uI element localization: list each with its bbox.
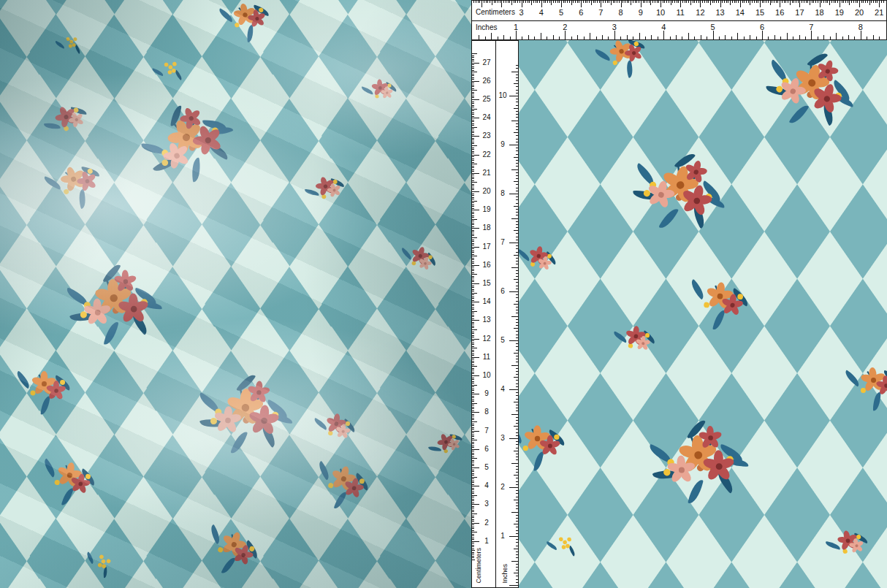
inch-tick — [516, 542, 518, 543]
cm-number: 20 — [480, 188, 493, 195]
cm-tick — [756, 1, 757, 3]
inch-tick — [516, 469, 518, 470]
inch-tick — [514, 573, 518, 573]
cm-tick — [472, 315, 474, 316]
cm-tick — [834, 1, 834, 3]
inch-tick — [514, 132, 518, 133]
inch-tick — [516, 395, 518, 396]
cm-tick — [734, 1, 735, 3]
cm-tick — [472, 252, 474, 253]
cm-tick — [472, 337, 474, 337]
cm-tick — [881, 1, 882, 3]
inch-tick — [522, 37, 522, 39]
cm-tick — [472, 276, 474, 277]
cm-tick — [843, 1, 844, 3]
cm-number: 7 — [594, 9, 607, 17]
cm-tick — [472, 191, 479, 192]
inch-tick — [516, 203, 518, 204]
cm-tick — [472, 110, 474, 111]
cm-tick — [877, 1, 878, 3]
cm-tick — [472, 521, 474, 522]
cm-tick — [782, 1, 783, 3]
cm-tick — [472, 407, 474, 408]
cm-tick — [472, 389, 474, 389]
cm-tick — [472, 412, 479, 413]
cm-number: 3 — [515, 9, 528, 17]
inch-tick — [651, 35, 652, 39]
inch-tick — [516, 380, 518, 381]
cm-tick — [587, 1, 587, 3]
cm-tick — [472, 132, 474, 133]
inch-tick — [879, 37, 880, 39]
inch-tick — [516, 148, 518, 148]
inch-tick — [614, 31, 615, 39]
cm-tick — [678, 1, 679, 3]
cm-tick — [472, 322, 474, 323]
inch-tick — [516, 68, 518, 69]
cm-tick — [472, 519, 474, 520]
inch-tick — [514, 524, 518, 524]
vertical-inch-scale-label: Inches — [501, 562, 509, 585]
inch-tick — [516, 65, 518, 66]
inch-tick — [750, 35, 750, 39]
cm-number: 3 — [480, 500, 493, 508]
inch-tick — [516, 399, 518, 400]
horizontal-ruler: Centimeters Inches 123456789101112131415… — [471, 0, 887, 40]
inch-tick — [509, 487, 518, 488]
cm-tick — [472, 373, 474, 374]
inch-tick — [511, 365, 518, 366]
cm-tick — [494, 1, 495, 3]
cm-tick — [772, 1, 772, 3]
cm-tick — [472, 545, 474, 546]
cm-tick — [472, 289, 474, 290]
inch-tick — [516, 282, 518, 283]
cm-tick — [575, 1, 576, 3]
inch-tick — [516, 325, 518, 326]
cm-tick — [744, 1, 745, 3]
cm-tick — [472, 134, 474, 135]
cm-tick — [661, 1, 661, 7]
cm-number: 18 — [813, 9, 826, 17]
cm-tick — [682, 1, 683, 3]
cm-tick — [472, 554, 474, 554]
cm-tick — [724, 1, 725, 3]
ruler-divider — [495, 41, 496, 587]
inch-tick — [516, 527, 518, 527]
cm-tick — [472, 460, 474, 461]
cm-tick — [664, 1, 665, 3]
inch-tick — [511, 267, 518, 268]
cm-tick — [581, 1, 582, 7]
inch-number: 7 — [804, 23, 818, 31]
cm-tick — [472, 272, 474, 273]
inch-tick — [516, 408, 518, 408]
cm-tick — [472, 541, 479, 542]
inch-tick — [509, 243, 518, 243]
cm-tick — [472, 383, 474, 383]
cm-tick — [663, 1, 663, 3]
cm-tick — [472, 293, 477, 294]
cm-tick — [472, 197, 474, 198]
inch-tick — [571, 37, 572, 39]
cm-tick — [472, 188, 474, 188]
cm-number: 2 — [480, 519, 493, 527]
cm-tick — [472, 453, 474, 454]
inch-tick — [516, 289, 518, 289]
inch-tick — [516, 258, 518, 259]
cm-number: 13 — [714, 9, 727, 17]
cm-tick — [472, 510, 474, 511]
cm-tick — [842, 1, 842, 3]
cm-tick — [472, 171, 474, 172]
cm-tick — [623, 1, 623, 3]
cm-tick — [551, 1, 552, 5]
inch-tick — [811, 31, 812, 39]
cm-tick — [710, 1, 711, 5]
cm-tick — [472, 206, 474, 207]
cm-tick — [796, 1, 796, 3]
cm-tick — [730, 1, 731, 5]
leaf-icon — [658, 205, 679, 232]
inch-tick — [516, 371, 518, 372]
cm-number: 19 — [480, 206, 493, 213]
cm-tick — [495, 1, 496, 3]
cm-tick — [472, 458, 477, 459]
inch-tick — [516, 248, 518, 249]
